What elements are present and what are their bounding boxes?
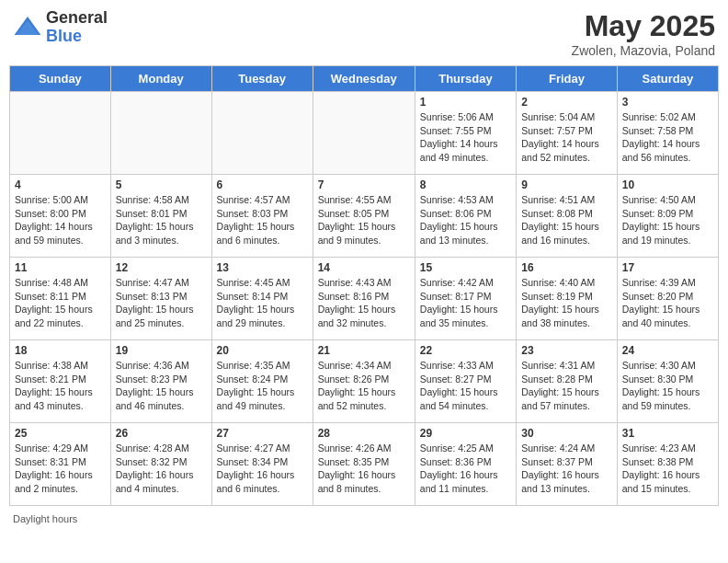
day-info: Sunrise: 4:24 AM Sunset: 8:37 PM Dayligh… — [521, 442, 612, 496]
col-header-sunday: Sunday — [10, 66, 111, 92]
day-number: 31 — [622, 427, 713, 440]
week-row-3: 11Sunrise: 4:48 AM Sunset: 8:11 PM Dayli… — [10, 258, 719, 340]
day-number: 17 — [622, 261, 713, 274]
calendar-cell: 15Sunrise: 4:42 AM Sunset: 8:17 PM Dayli… — [415, 258, 516, 340]
day-number: 6 — [217, 178, 308, 191]
day-number: 20 — [217, 344, 308, 357]
day-info: Sunrise: 4:27 AM Sunset: 8:34 PM Dayligh… — [217, 442, 308, 496]
col-header-friday: Friday — [517, 66, 618, 92]
calendar-cell: 13Sunrise: 4:45 AM Sunset: 8:14 PM Dayli… — [211, 258, 313, 340]
calendar-cell: 2Sunrise: 5:04 AM Sunset: 7:57 PM Daylig… — [517, 92, 618, 175]
day-info: Sunrise: 5:00 AM Sunset: 8:00 PM Dayligh… — [15, 193, 106, 247]
day-info: Sunrise: 4:29 AM Sunset: 8:31 PM Dayligh… — [15, 442, 106, 496]
calendar-cell: 1Sunrise: 5:06 AM Sunset: 7:55 PM Daylig… — [415, 92, 516, 175]
day-info: Sunrise: 4:28 AM Sunset: 8:32 PM Dayligh… — [116, 442, 207, 496]
calendar-cell: 19Sunrise: 4:36 AM Sunset: 8:23 PM Dayli… — [110, 340, 211, 423]
day-info: Sunrise: 4:35 AM Sunset: 8:24 PM Dayligh… — [217, 359, 308, 413]
title-block: May 2025 Zwolen, Mazovia, Poland — [572, 9, 715, 58]
calendar-cell: 10Sunrise: 4:50 AM Sunset: 8:09 PM Dayli… — [617, 175, 718, 258]
col-header-monday: Monday — [110, 66, 211, 92]
day-number: 30 — [521, 427, 612, 440]
calendar-cell: 6Sunrise: 4:57 AM Sunset: 8:03 PM Daylig… — [211, 175, 313, 258]
day-info: Sunrise: 4:51 AM Sunset: 8:08 PM Dayligh… — [521, 193, 612, 247]
day-info: Sunrise: 4:57 AM Sunset: 8:03 PM Dayligh… — [217, 193, 308, 247]
day-number: 11 — [15, 261, 106, 274]
calendar-cell: 12Sunrise: 4:47 AM Sunset: 8:13 PM Dayli… — [110, 258, 211, 340]
location-subtitle: Zwolen, Mazovia, Poland — [572, 43, 715, 58]
col-header-tuesday: Tuesday — [211, 66, 313, 92]
calendar-cell — [211, 92, 313, 175]
calendar-cell: 23Sunrise: 4:31 AM Sunset: 8:28 PM Dayli… — [517, 340, 618, 423]
page-header: General Blue May 2025 Zwolen, Mazovia, P… — [9, 9, 719, 58]
day-info: Sunrise: 4:43 AM Sunset: 8:16 PM Dayligh… — [318, 276, 410, 330]
day-number: 16 — [521, 261, 612, 274]
day-info: Sunrise: 4:38 AM Sunset: 8:21 PM Dayligh… — [15, 359, 106, 413]
day-number: 21 — [318, 344, 410, 357]
month-title: May 2025 — [572, 9, 715, 43]
day-info: Sunrise: 4:47 AM Sunset: 8:13 PM Dayligh… — [116, 276, 207, 330]
day-info: Sunrise: 4:53 AM Sunset: 8:06 PM Dayligh… — [420, 193, 511, 247]
day-number: 18 — [15, 344, 106, 357]
logo: General Blue — [13, 9, 108, 46]
col-header-wednesday: Wednesday — [313, 66, 415, 92]
calendar-cell: 5Sunrise: 4:58 AM Sunset: 8:01 PM Daylig… — [110, 175, 211, 258]
calendar-cell: 26Sunrise: 4:28 AM Sunset: 8:32 PM Dayli… — [110, 423, 211, 506]
logo-general-text: General — [46, 9, 108, 28]
calendar-cell: 4Sunrise: 5:00 AM Sunset: 8:00 PM Daylig… — [10, 175, 111, 258]
day-number: 14 — [318, 261, 410, 274]
day-number: 15 — [420, 261, 511, 274]
logo-blue-text: Blue — [46, 28, 108, 46]
day-number: 28 — [318, 427, 410, 440]
calendar-cell — [313, 92, 415, 175]
day-number: 7 — [318, 178, 410, 191]
calendar-cell: 25Sunrise: 4:29 AM Sunset: 8:31 PM Dayli… — [10, 423, 111, 506]
calendar-cell: 21Sunrise: 4:34 AM Sunset: 8:26 PM Dayli… — [313, 340, 415, 423]
calendar-cell: 29Sunrise: 4:25 AM Sunset: 8:36 PM Dayli… — [415, 423, 516, 506]
calendar-cell: 14Sunrise: 4:43 AM Sunset: 8:16 PM Dayli… — [313, 258, 415, 340]
day-number: 12 — [116, 261, 207, 274]
calendar-cell: 7Sunrise: 4:55 AM Sunset: 8:05 PM Daylig… — [313, 175, 415, 258]
day-info: Sunrise: 4:26 AM Sunset: 8:35 PM Dayligh… — [318, 442, 410, 496]
calendar-cell — [110, 92, 211, 175]
calendar-cell: 16Sunrise: 4:40 AM Sunset: 8:19 PM Dayli… — [517, 258, 618, 340]
day-info: Sunrise: 4:45 AM Sunset: 8:14 PM Dayligh… — [217, 276, 308, 330]
day-number: 19 — [116, 344, 207, 357]
calendar-cell — [10, 92, 111, 175]
footer: Daylight hours — [9, 513, 719, 524]
day-info: Sunrise: 4:33 AM Sunset: 8:27 PM Dayligh… — [420, 359, 511, 413]
day-info: Sunrise: 4:50 AM Sunset: 8:09 PM Dayligh… — [622, 193, 713, 247]
day-number: 9 — [521, 178, 612, 191]
calendar-cell: 28Sunrise: 4:26 AM Sunset: 8:35 PM Dayli… — [313, 423, 415, 506]
day-info: Sunrise: 5:04 AM Sunset: 7:57 PM Dayligh… — [521, 110, 612, 165]
day-number: 27 — [217, 427, 308, 440]
daylight-label: Daylight hours — [13, 513, 77, 524]
day-number: 29 — [420, 427, 511, 440]
week-row-4: 18Sunrise: 4:38 AM Sunset: 8:21 PM Dayli… — [10, 340, 719, 423]
day-number: 4 — [15, 178, 106, 191]
day-number: 13 — [217, 261, 308, 274]
day-number: 1 — [420, 96, 511, 109]
day-number: 2 — [521, 96, 612, 109]
day-info: Sunrise: 4:34 AM Sunset: 8:26 PM Dayligh… — [318, 359, 410, 413]
day-number: 3 — [622, 96, 713, 109]
calendar-cell: 31Sunrise: 4:23 AM Sunset: 8:38 PM Dayli… — [617, 423, 718, 506]
day-number: 25 — [15, 427, 106, 440]
calendar-cell: 24Sunrise: 4:30 AM Sunset: 8:30 PM Dayli… — [617, 340, 718, 423]
day-info: Sunrise: 4:36 AM Sunset: 8:23 PM Dayligh… — [116, 359, 207, 413]
week-row-2: 4Sunrise: 5:00 AM Sunset: 8:00 PM Daylig… — [10, 175, 719, 258]
day-number: 23 — [521, 344, 612, 357]
day-info: Sunrise: 4:55 AM Sunset: 8:05 PM Dayligh… — [318, 193, 410, 247]
day-info: Sunrise: 4:23 AM Sunset: 8:38 PM Dayligh… — [622, 442, 713, 496]
day-number: 22 — [420, 344, 511, 357]
calendar-cell: 8Sunrise: 4:53 AM Sunset: 8:06 PM Daylig… — [415, 175, 516, 258]
day-info: Sunrise: 5:02 AM Sunset: 7:58 PM Dayligh… — [622, 110, 713, 165]
day-number: 26 — [116, 427, 207, 440]
calendar-cell: 3Sunrise: 5:02 AM Sunset: 7:58 PM Daylig… — [617, 92, 718, 175]
day-number: 10 — [622, 178, 713, 191]
calendar-cell: 11Sunrise: 4:48 AM Sunset: 8:11 PM Dayli… — [10, 258, 111, 340]
calendar-cell: 9Sunrise: 4:51 AM Sunset: 8:08 PM Daylig… — [517, 175, 618, 258]
day-info: Sunrise: 4:42 AM Sunset: 8:17 PM Dayligh… — [420, 276, 511, 330]
calendar-cell: 20Sunrise: 4:35 AM Sunset: 8:24 PM Dayli… — [211, 340, 313, 423]
day-info: Sunrise: 4:48 AM Sunset: 8:11 PM Dayligh… — [15, 276, 106, 330]
calendar-header-row: SundayMondayTuesdayWednesdayThursdayFrid… — [10, 66, 719, 92]
